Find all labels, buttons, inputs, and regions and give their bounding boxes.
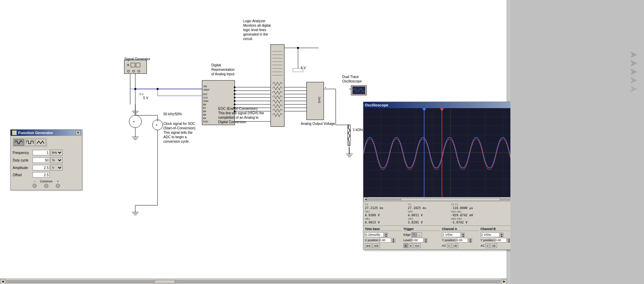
- channel-a-group: Channel A ▲ ▼ Y position ▲ ▼: [442, 227, 479, 248]
- level-down[interactable]: ▼: [424, 241, 428, 243]
- amplitude-input[interactable]: [33, 165, 50, 170]
- svg-text:VIN: VIN: [203, 85, 207, 88]
- minus-terminal: −: [33, 180, 37, 188]
- edge-up-button[interactable]: ⌃: [411, 232, 417, 237]
- ba-button[interactable]: B/A: [365, 243, 372, 248]
- time-base-input[interactable]: [365, 232, 384, 237]
- vb2-label: VB2: [408, 217, 450, 220]
- svg-text:+: +: [133, 120, 135, 124]
- svg-text:5 V: 5 V: [139, 93, 144, 96]
- channel-b-scale-input[interactable]: [481, 232, 499, 237]
- minus-label: −: [34, 180, 35, 183]
- common-terminal-circle[interactable]: [44, 184, 48, 188]
- trigger-ext-button[interactable]: Ext: [414, 243, 421, 248]
- edge-down-button[interactable]: ⌄: [417, 232, 422, 237]
- svg-text:B5: B5: [203, 114, 206, 116]
- x-pos-down[interactable]: ▼: [392, 241, 395, 243]
- vb2-value: 3.8281 V: [408, 221, 450, 224]
- offset-input[interactable]: [33, 172, 50, 178]
- voltage-5v-1-annotation: 5 V: [143, 96, 148, 100]
- amplitude-row: Amplitude V mV: [13, 165, 80, 171]
- va2va1-label: VA2-VA1: [451, 210, 493, 213]
- vb1-label: VB1: [365, 217, 407, 220]
- cha-ac-button[interactable]: 0: [447, 243, 451, 248]
- t2t1-value: -110.0000 μs: [451, 206, 493, 210]
- chb-ac-button[interactable]: 0: [485, 243, 490, 248]
- scroll-thumb[interactable]: [154, 280, 175, 283]
- function-generator-window: ⚡ Function Generator ✕ Frequency: [10, 129, 82, 190]
- time-base-down[interactable]: ▼: [384, 235, 388, 237]
- dual-trace-annotation: Dual TraceOscilloscope: [342, 75, 362, 83]
- va2va1-value: -929.8742 mV: [451, 214, 493, 217]
- voltage-5v-2-annotation: 5 V: [301, 66, 306, 70]
- minus-terminal-circle[interactable]: [33, 184, 37, 188]
- chb-ac-label: AC: [481, 244, 485, 247]
- x-position-input[interactable]: [379, 238, 391, 243]
- t1-measurement: T1 27.2125 ms VA1 4.9309 V VB1 4.9023 V: [365, 203, 407, 224]
- amplitude-unit-select[interactable]: V mV: [50, 165, 63, 171]
- square-wave-button[interactable]: [25, 139, 35, 146]
- triangle-wave-button[interactable]: [36, 139, 46, 146]
- scroll-right-arrow[interactable]: ▶: [501, 279, 507, 284]
- amplitude-label: Amplitude: [13, 166, 33, 170]
- time-base-group: Time base ▲ ▼ X position ▲ ▼: [365, 227, 402, 248]
- va1-label: VA1: [365, 210, 407, 213]
- offset-row: Offset: [13, 172, 80, 178]
- chb-scale-down[interactable]: ▼: [500, 235, 504, 237]
- oscilloscope-title: Oscilloscope: [365, 103, 388, 107]
- horizontal-scrollbar[interactable]: ◀ ▶: [0, 279, 507, 284]
- frequency-row: Frequency kHz Hz MHz: [13, 150, 80, 156]
- osc-scroll-thumb[interactable]: [401, 198, 500, 201]
- right-panel: [510, 0, 644, 284]
- trigger-source-row: A B Ext: [404, 243, 441, 248]
- time-base-up[interactable]: ▲: [384, 233, 388, 235]
- duty-cycle-unit-select[interactable]: %: [50, 157, 63, 163]
- scroll-track[interactable]: [6, 280, 501, 283]
- level-up[interactable]: ▲: [424, 238, 428, 240]
- level-label: Level: [404, 238, 411, 242]
- frequency-input[interactable]: [33, 150, 50, 155]
- vb1-value: 4.9023 V: [365, 221, 407, 224]
- osc-scroll-left[interactable]: ◀: [363, 197, 368, 202]
- trigger-level-input[interactable]: [411, 238, 423, 243]
- cha-ypos-down[interactable]: ▼: [469, 241, 472, 243]
- channel-b-ypos-input[interactable]: [495, 238, 507, 243]
- osc-scroll-track[interactable]: [368, 198, 533, 201]
- channel-a-scale-input[interactable]: [442, 232, 461, 237]
- scroll-left-arrow[interactable]: ◀: [0, 279, 5, 284]
- function-gen-title: Function Generator: [18, 131, 53, 135]
- duty-cycle-input[interactable]: [33, 157, 50, 163]
- cha-ac-label: AC: [442, 244, 446, 247]
- plus-terminal: +: [56, 180, 60, 188]
- frequency-unit-select[interactable]: kHz Hz MHz: [50, 150, 63, 156]
- function-gen-title-icon: ⚡: [12, 130, 17, 135]
- vb2vb1-label: VB2-VB1: [451, 217, 493, 220]
- chb-scale-up[interactable]: ▲: [500, 233, 504, 235]
- cha-ub-button[interactable]: UB: [452, 243, 458, 248]
- trigger-group: Trigger Edge ⌃ ⌄ Level ▲ ▼: [404, 227, 441, 248]
- svg-point-66: [234, 104, 236, 105]
- sine-wave-button[interactable]: [14, 139, 24, 146]
- vb2vb1-value: -1.0742 V: [451, 221, 493, 224]
- channel-a-scale-row: ▲ ▼: [442, 232, 479, 237]
- function-gen-close-button[interactable]: ✕: [76, 130, 80, 135]
- common-label: Common: [39, 180, 53, 183]
- offset-label: Offset: [13, 173, 33, 177]
- x-pos-up[interactable]: ▲: [392, 238, 395, 240]
- cha-ypos-up[interactable]: ▲: [469, 238, 472, 240]
- svg-text:GND: GND: [203, 100, 209, 102]
- cha-scale-down[interactable]: ▼: [461, 235, 465, 237]
- cha-scale-up[interactable]: ▲: [461, 233, 465, 235]
- ab-button[interactable]: A/B: [373, 243, 380, 248]
- svg-point-65: [234, 100, 236, 102]
- trigger-a-button[interactable]: A: [404, 243, 408, 248]
- svg-text:B8: B8: [203, 103, 206, 106]
- va2-value: 4.0011 V: [408, 214, 450, 217]
- chb-ub-button[interactable]: UB: [490, 243, 497, 248]
- analog-output-annotation: Analog Output Voltage: [301, 121, 335, 126]
- plus-terminal-circle[interactable]: [56, 184, 60, 188]
- svg-text:B6: B6: [203, 110, 206, 113]
- trigger-b-button[interactable]: B: [409, 243, 413, 248]
- channel-a-ypos-input[interactable]: [456, 238, 468, 243]
- svg-text:+: +: [156, 123, 158, 127]
